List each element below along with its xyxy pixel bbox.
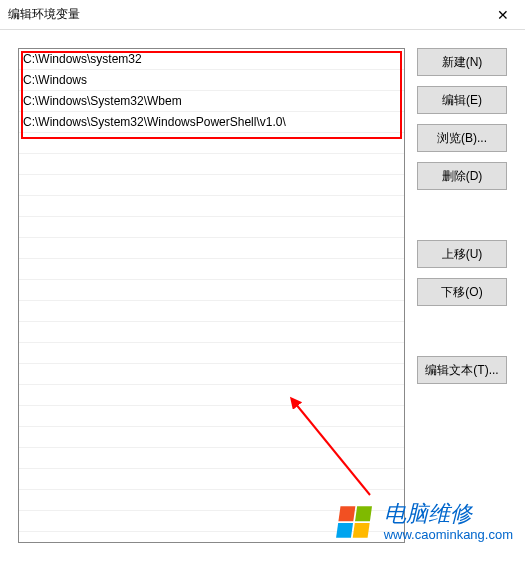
list-item[interactable] <box>19 196 404 217</box>
close-button[interactable]: ✕ <box>480 0 525 30</box>
list-item[interactable] <box>19 259 404 280</box>
list-item[interactable] <box>19 490 404 511</box>
list-item[interactable] <box>19 322 404 343</box>
delete-button[interactable]: 删除(D) <box>417 162 507 190</box>
list-item[interactable] <box>19 511 404 532</box>
list-item[interactable] <box>19 280 404 301</box>
move-up-button[interactable]: 上移(U) <box>417 240 507 268</box>
spacer <box>417 316 507 346</box>
list-item[interactable] <box>19 238 404 259</box>
list-item[interactable]: C:\Windows\System32\WindowsPowerShell\v1… <box>19 112 404 133</box>
list-item[interactable]: C:\Windows\System32\Wbem <box>19 91 404 112</box>
list-item[interactable] <box>19 469 404 490</box>
list-item[interactable] <box>19 301 404 322</box>
browse-button[interactable]: 浏览(B)... <box>417 124 507 152</box>
list-item[interactable] <box>19 175 404 196</box>
button-column: 新建(N) 编辑(E) 浏览(B)... 删除(D) 上移(U) 下移(O) 编… <box>417 48 507 543</box>
list-item[interactable] <box>19 217 404 238</box>
content-area: C:\Windows\system32 C:\Windows C:\Window… <box>0 30 525 561</box>
new-button[interactable]: 新建(N) <box>417 48 507 76</box>
list-item[interactable] <box>19 406 404 427</box>
list-item[interactable]: C:\Windows <box>19 70 404 91</box>
list-item[interactable] <box>19 154 404 175</box>
spacer <box>417 200 507 230</box>
window-title: 编辑环境变量 <box>8 6 80 23</box>
edit-text-button[interactable]: 编辑文本(T)... <box>417 356 507 384</box>
list-item[interactable] <box>19 364 404 385</box>
edit-button[interactable]: 编辑(E) <box>417 86 507 114</box>
titlebar: 编辑环境变量 ✕ <box>0 0 525 30</box>
close-icon: ✕ <box>497 7 509 23</box>
list-item[interactable]: C:\Windows\system32 <box>19 49 404 70</box>
list-item[interactable] <box>19 343 404 364</box>
move-down-button[interactable]: 下移(O) <box>417 278 507 306</box>
list-item[interactable] <box>19 385 404 406</box>
list-item[interactable] <box>19 448 404 469</box>
list-item[interactable] <box>19 133 404 154</box>
path-list[interactable]: C:\Windows\system32 C:\Windows C:\Window… <box>19 49 404 542</box>
path-list-container: C:\Windows\system32 C:\Windows C:\Window… <box>18 48 405 543</box>
list-item[interactable] <box>19 427 404 448</box>
